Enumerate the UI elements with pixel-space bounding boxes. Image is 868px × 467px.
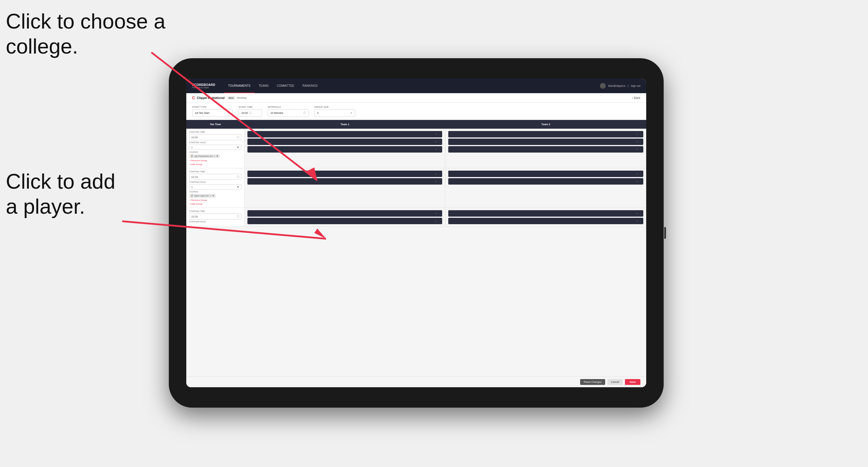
player-slot[interactable]: ✕ ⋮: [448, 170, 643, 177]
controls-row: Start Type 1st Tee Start ▼ Start Time 10…: [186, 103, 646, 120]
course-row-2: 🏌 East Lake GC × ▼: [189, 194, 241, 198]
slot-x-icon: ✕: [435, 173, 437, 175]
groups-container: STARTING TIME: 10:00 ⓘ STARTING HOLE: 1 …: [186, 129, 646, 227]
starting-hole-value-2[interactable]: 1 ▼: [189, 184, 241, 190]
group-size-label: Group Size: [314, 106, 355, 108]
starting-time-value-1[interactable]: 10:00 ⓘ: [189, 134, 241, 140]
start-type-label: Start Type: [192, 106, 233, 108]
player-slot[interactable]: ✕ ⋮: [448, 218, 643, 224]
slot-expand-icon: ⋮: [639, 133, 642, 136]
starting-hole-value-1[interactable]: 1 ▼: [189, 145, 241, 150]
player-slot[interactable]: ✕ ⋮: [448, 210, 643, 217]
team1-col-1: ✕ ⋮ ✕ ⋮ ✕ ⋮: [245, 129, 445, 168]
table-row: STARTING TIME: 10:10 ⓘ STARTING HOLE: 1 …: [186, 168, 646, 208]
course-tag-1[interactable]: 🏌 (A) Peachtree GC × ▼: [189, 154, 220, 158]
slot-x-icon: ✕: [636, 220, 638, 222]
player-slot[interactable]: ✕ ⋮: [247, 218, 442, 224]
player-slot[interactable]: ✕ ⋮: [247, 210, 442, 217]
starting-hole-label-1: STARTING HOLE:: [189, 142, 241, 144]
player-slot[interactable]: ✕ ⋮: [247, 178, 442, 185]
add-group-2[interactable]: + Add Group: [189, 203, 241, 205]
slot-x-icon: ✕: [636, 212, 638, 215]
player-slot[interactable]: ✕ ⋮: [247, 131, 442, 137]
reset-changes-button[interactable]: Reset Changes: [580, 379, 605, 385]
annotation-bottom-line1: Click to add: [6, 170, 115, 193]
player-slot[interactable]: ✕ ⋮: [448, 146, 643, 153]
slot-x-icon: ✕: [435, 180, 437, 183]
intervals-info-icon: ⓘ: [303, 111, 306, 115]
time-info-icon-3: ⓘ: [237, 215, 239, 218]
hole-arrow-icon-1: ▼: [237, 146, 239, 149]
tee-time-header: Tee Time: [186, 122, 245, 126]
starting-time-value-2[interactable]: 10:10 ⓘ: [189, 174, 241, 180]
tab-committee[interactable]: COMMITTEE: [273, 79, 298, 93]
action-bar: Reset Changes Cancel Save: [186, 376, 646, 387]
table-row: STARTING TIME: 10:20 ⓘ STARTING HOLE: ✕ …: [186, 208, 646, 227]
back-button[interactable]: ‹ Back: [632, 96, 640, 100]
remove-group-2[interactable]: ○ Remove Group: [189, 199, 241, 201]
table-row: STARTING TIME: 10:00 ⓘ STARTING HOLE: 1 …: [186, 129, 646, 168]
starting-time-value-3[interactable]: 10:20 ⓘ: [189, 213, 241, 220]
sub-header: C Clippd Invitational Men Hosting ‹ Back: [186, 93, 646, 103]
annotation-top-line1: Click to choose a: [6, 10, 165, 33]
start-time-input[interactable]: 10:00 ⓘ: [239, 109, 262, 117]
player-slot[interactable]: ✕ ⋮: [448, 131, 643, 137]
tab-teams[interactable]: TEAMS: [255, 79, 273, 93]
nav-user: blair@clippd.io | Sign out: [600, 83, 640, 89]
save-button[interactable]: Save: [625, 379, 640, 385]
group-size-group: Group Size 3 ▼: [314, 106, 355, 117]
user-email: blair@clippd.io: [608, 85, 625, 87]
annotation-top: Click to choose a college.: [6, 9, 165, 59]
tablet-shell: SCOREBOARD Powered by clippd TOURNAMENTS…: [169, 58, 664, 408]
time-info-icon-2: ⓘ: [237, 175, 239, 179]
team2-col-3: ✕ ⋮ ✕ ⋮: [445, 208, 646, 226]
start-type-group: Start Type 1st Tee Start ▼: [192, 106, 233, 117]
course-label-1: COURSE:: [189, 151, 241, 153]
player-slot[interactable]: ✕ ⋮: [247, 138, 442, 145]
tablet-side-button: [664, 227, 666, 239]
nav-powered-by: Powered by clippd: [192, 87, 215, 89]
player-slot[interactable]: ✕ ⋮: [247, 146, 442, 153]
starting-time-label-2: STARTING TIME:: [189, 170, 241, 173]
slot-x-icon: ✕: [435, 212, 437, 215]
select-arrow-icon: ▼: [228, 112, 230, 115]
slot-expand-icon: ⋮: [438, 220, 440, 222]
annotation-bottom-line2: a player.: [6, 195, 85, 218]
intervals-select[interactable]: 10 Minutes ⓘ: [268, 109, 309, 117]
player-slot[interactable]: ✕ ⋮: [247, 170, 442, 177]
starting-time-label-3: STARTING TIME:: [189, 210, 241, 212]
start-type-select[interactable]: 1st Tee Start ▼: [192, 109, 233, 117]
intervals-group: Intervals 10 Minutes ⓘ: [268, 106, 309, 117]
nav-tabs: TOURNAMENTS TEAMS COMMITTEE RANKINGS: [224, 79, 600, 93]
slot-expand-icon: ⋮: [639, 173, 642, 175]
slot-x-icon: ✕: [636, 141, 638, 143]
starting-time-label-1: STARTING TIME:: [189, 131, 241, 133]
slot-expand-icon: ⋮: [438, 133, 440, 136]
slot-expand-icon: ⋮: [639, 180, 642, 183]
annotation-bottom: Click to add a player.: [6, 169, 115, 219]
group-size-select[interactable]: 3 ▼: [314, 109, 355, 117]
info-icon: ⓘ: [249, 111, 252, 115]
player-slot[interactable]: ✕ ⋮: [448, 138, 643, 145]
slot-x-icon: ✕: [435, 220, 437, 222]
slot-expand-icon: ⋮: [438, 141, 440, 143]
sign-out-link[interactable]: Sign out: [631, 85, 640, 87]
c-logo: C: [192, 95, 195, 100]
annotation-top-line2: college.: [6, 35, 78, 58]
start-time-group: Start Time 10:00 ⓘ: [239, 106, 262, 117]
nav-bar: SCOREBOARD Powered by clippd TOURNAMENTS…: [186, 79, 646, 93]
remove-group-1[interactable]: ○ Remove Group: [189, 159, 241, 162]
course-row-1: 🏌 (A) Peachtree GC × ▼: [189, 154, 241, 158]
slot-x-icon: ✕: [636, 133, 638, 136]
slot-expand-icon: ⋮: [438, 148, 440, 151]
tab-rankings[interactable]: RANKINGS: [298, 79, 322, 93]
tab-tournaments[interactable]: TOURNAMENTS: [224, 79, 254, 93]
slot-expand-icon: ⋮: [639, 220, 642, 222]
player-slot[interactable]: ✕ ⋮: [448, 178, 643, 185]
slot-expand-icon: ⋮: [438, 173, 440, 175]
course-tag-2[interactable]: 🏌 East Lake GC × ▼: [189, 194, 216, 198]
add-group-1[interactable]: + Add Group: [189, 163, 241, 166]
cancel-button[interactable]: Cancel: [608, 379, 623, 385]
team1-header: Team 1: [245, 122, 445, 126]
starting-hole-label-3: STARTING HOLE:: [189, 221, 241, 223]
